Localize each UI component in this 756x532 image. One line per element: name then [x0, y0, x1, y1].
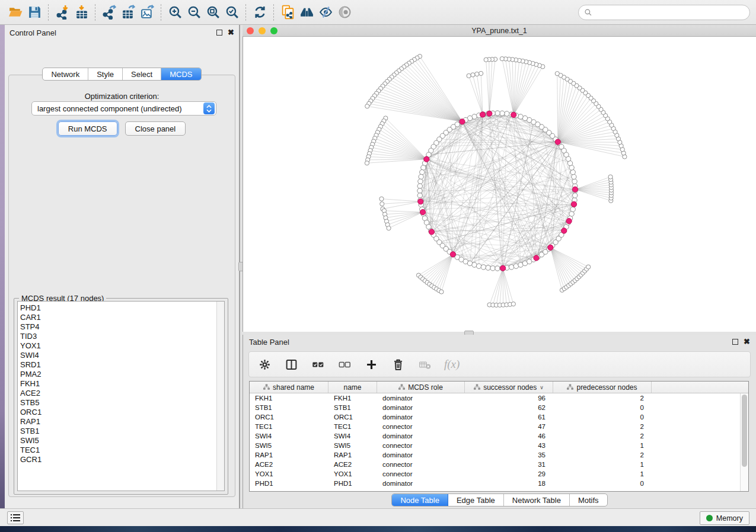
table-row[interactable]: PHD1PHD1dominator180 [250, 479, 740, 488]
graph-node[interactable] [421, 165, 426, 170]
close-panel-icon[interactable]: ✖ [744, 339, 750, 345]
graph-node[interactable] [379, 197, 384, 201]
graph-node[interactable] [518, 114, 523, 119]
mcds-result-item[interactable]: PMA2 [20, 370, 224, 379]
memory-button[interactable]: Memory [700, 511, 749, 525]
table-row[interactable]: SWI5SWI5connector431 [250, 441, 740, 450]
graph-node[interactable] [505, 111, 509, 116]
mcds-graph-node[interactable] [418, 199, 423, 204]
graph-node[interactable] [467, 73, 471, 78]
mcds-result-item[interactable]: ACE2 [20, 389, 224, 398]
mcds-graph-node[interactable] [534, 255, 539, 261]
graph-node[interactable] [570, 207, 575, 211]
graph-node[interactable] [380, 202, 384, 206]
mcds-result-item[interactable]: GCR1 [20, 455, 224, 464]
graph-node[interactable] [417, 193, 422, 198]
refresh-icon[interactable] [250, 3, 269, 22]
graph-node[interactable] [420, 169, 425, 174]
graph-node[interactable] [500, 111, 505, 116]
import-network-icon[interactable] [53, 3, 72, 22]
graph-node[interactable] [490, 266, 495, 271]
tab-node-table[interactable]: Node Table [392, 494, 448, 506]
graph-node[interactable] [572, 174, 576, 179]
column-header-role[interactable]: MCDS role [377, 382, 465, 393]
optimization-criterion-select[interactable]: largest connected component (undirected) [31, 101, 216, 116]
close-panel-icon[interactable]: ✖ [228, 30, 234, 36]
graph-node[interactable] [365, 161, 369, 165]
column-header-shared[interactable]: shared name [250, 382, 328, 393]
float-panel-icon[interactable] [732, 339, 738, 345]
select-all-icon[interactable] [311, 357, 325, 371]
zoom-in-icon[interactable] [165, 3, 184, 22]
graph-node[interactable] [419, 174, 423, 179]
graph-node[interactable] [481, 265, 486, 270]
graph-node[interactable] [569, 211, 574, 216]
graph-node[interactable] [439, 290, 444, 294]
graph-node[interactable] [509, 265, 513, 270]
hide-details-icon[interactable] [316, 3, 335, 22]
table-row[interactable]: FKH1FKH1dominator962 [250, 393, 740, 403]
mcds-graph-node[interactable] [571, 201, 576, 207]
mcds-graph-node[interactable] [572, 187, 578, 192]
run-mcds-button[interactable]: Run MCDS [58, 121, 117, 136]
graph-node[interactable] [479, 71, 483, 75]
delete-icon[interactable] [391, 357, 405, 371]
column-header-name[interactable]: name [328, 382, 377, 393]
mcds-graph-node[interactable] [424, 156, 429, 162]
graph-node[interactable] [484, 57, 488, 62]
binoculars-icon[interactable] [297, 3, 316, 22]
save-session-icon[interactable] [25, 3, 44, 22]
graph-node[interactable] [511, 302, 515, 306]
zoom-selected-icon[interactable] [222, 3, 241, 22]
show-details-icon[interactable] [335, 3, 354, 22]
task-history-button[interactable] [7, 511, 24, 524]
export-table-icon[interactable] [119, 3, 138, 22]
function-builder-icon[interactable]: f(x) [444, 358, 460, 371]
mcds-result-item[interactable]: STP4 [20, 322, 224, 332]
table-row[interactable]: RAP1RAP1dominator352 [250, 450, 740, 460]
mcds-result-item[interactable]: RAP1 [20, 417, 224, 427]
close-panel-button[interactable]: Close panel [125, 121, 186, 136]
column-header-succ[interactable]: successor nodes∨ [465, 382, 553, 393]
graph-node[interactable] [475, 72, 479, 76]
graph-node[interactable] [471, 73, 475, 77]
graph-node[interactable] [476, 264, 481, 268]
mcds-result-item[interactable]: SWI4 [20, 351, 224, 360]
graph-node[interactable] [586, 265, 591, 269]
export-network-icon[interactable] [100, 3, 119, 22]
graph-node[interactable] [472, 262, 477, 267]
mcds-result-item[interactable]: CAR1 [20, 313, 224, 322]
mcds-result-item[interactable]: SWI5 [20, 436, 224, 446]
table-row[interactable]: SWI4SWI4dominator462 [250, 431, 740, 441]
mcds-graph-node[interactable] [429, 229, 434, 235]
mcds-result-item[interactable]: TEC1 [20, 446, 224, 455]
mcds-result-item[interactable]: STB1 [20, 427, 224, 436]
graph-node[interactable] [570, 169, 575, 174]
float-panel-icon[interactable] [216, 30, 222, 36]
zoom-out-icon[interactable] [184, 3, 203, 22]
mcds-result-item[interactable]: ORC1 [20, 408, 224, 417]
graph-node[interactable] [495, 111, 500, 116]
table-row[interactable]: TEC1TEC1connector472 [250, 422, 740, 431]
mcds-result-item[interactable]: YOX1 [20, 341, 224, 351]
mcds-graph-node[interactable] [511, 112, 516, 117]
mcds-graph-node[interactable] [500, 265, 506, 271]
mcds-graph-node[interactable] [420, 210, 425, 215]
scrollbar-thumb[interactable] [742, 395, 747, 467]
tab-network-table[interactable]: Network Table [504, 494, 570, 506]
mcds-graph-node[interactable] [480, 112, 485, 117]
columns-icon[interactable] [284, 357, 298, 371]
graph-node[interactable] [486, 265, 490, 270]
mcds-graph-node[interactable] [562, 228, 567, 233]
mcds-graph-node[interactable] [555, 139, 560, 145]
mcds-result-item[interactable]: PHD1 [20, 303, 224, 313]
add-icon[interactable] [364, 357, 378, 371]
zoom-fit-icon[interactable] [203, 3, 222, 22]
graph-node[interactable] [495, 266, 500, 271]
tab-network[interactable]: Network [43, 68, 88, 80]
graph-node[interactable] [417, 188, 422, 193]
graph-node[interactable] [417, 184, 422, 188]
clear-table-icon[interactable] [417, 357, 432, 371]
tab-motifs[interactable]: Motifs [570, 494, 607, 506]
table-row[interactable]: STB1STB1dominator620 [250, 403, 740, 412]
